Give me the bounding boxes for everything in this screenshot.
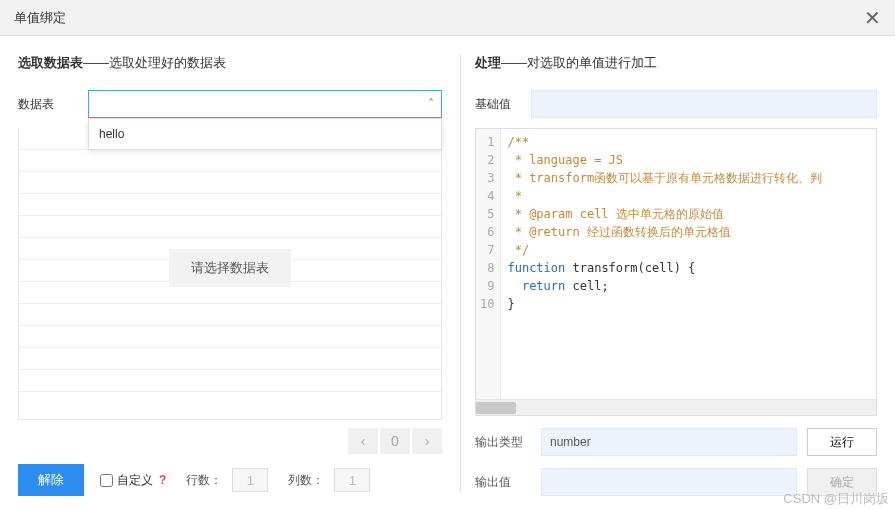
table-placeholder: 请选择数据表 <box>169 249 291 287</box>
left-panel: 选取数据表——选取处理好的数据表 数据表 ˄ hello <box>0 36 460 510</box>
custom-checkbox[interactable] <box>100 474 113 487</box>
horizontal-scrollbar[interactable] <box>476 399 876 415</box>
datatable-row: 数据表 ˄ hello <box>18 90 442 118</box>
rows-label: 行数： <box>186 472 222 489</box>
base-value-label: 基础值 <box>475 96 531 113</box>
pager-page: 0 <box>380 428 410 454</box>
table-row <box>19 304 441 326</box>
output-value-label: 输出值 <box>475 474 531 491</box>
right-section-title: 处理——对选取的单值进行加工 <box>475 54 877 72</box>
right-title-bold: 处理 <box>475 55 501 70</box>
right-panel: 处理——对选取的单值进行加工 基础值 12345678910 /** * lan… <box>461 36 895 510</box>
table-row <box>19 370 441 392</box>
cols-input <box>334 468 370 492</box>
output-value-row: 输出值 确定 <box>475 468 877 496</box>
dialog-body: 选取数据表——选取处理好的数据表 数据表 ˄ hello <box>0 36 895 510</box>
base-value-row: 基础值 <box>475 90 877 118</box>
ok-button[interactable]: 确定 <box>807 468 877 496</box>
help-icon[interactable]: ? <box>159 473 166 487</box>
close-icon[interactable]: ✕ <box>864 6 881 30</box>
left-title-desc: ——选取处理好的数据表 <box>83 55 226 70</box>
right-title-desc: ——对选取的单值进行加工 <box>501 55 657 70</box>
run-button[interactable]: 运行 <box>807 428 877 456</box>
left-title-bold: 选取数据表 <box>18 55 83 70</box>
output-type-label: 输出类型 <box>475 434 531 451</box>
pager: ‹ 0 › <box>18 428 442 454</box>
left-bottom-row: 解除 自定义 ? 行数： 列数： <box>18 464 442 496</box>
scrollbar-thumb[interactable] <box>476 402 516 414</box>
custom-label: 自定义 <box>117 472 153 489</box>
pager-next-button[interactable]: › <box>412 428 442 454</box>
table-area: 请选择数据表 <box>18 128 442 420</box>
code-body[interactable]: 12345678910 /** * language = JS * transf… <box>476 129 876 399</box>
output-type-value[interactable]: number <box>541 428 797 456</box>
dialog-title: 单值绑定 <box>14 9 66 27</box>
output-type-row: 输出类型 number 运行 <box>475 428 877 456</box>
datatable-input[interactable] <box>88 90 442 118</box>
table-row <box>19 150 441 172</box>
table-row <box>19 348 441 370</box>
base-value-input[interactable] <box>531 90 877 118</box>
code-gutter: 12345678910 <box>476 129 501 399</box>
left-section-title: 选取数据表——选取处理好的数据表 <box>18 54 442 72</box>
code-editor[interactable]: 12345678910 /** * language = JS * transf… <box>475 128 877 416</box>
code-lines[interactable]: /** * language = JS * transform函数可以基于原有单… <box>501 129 876 399</box>
output-value <box>541 468 797 496</box>
datatable-label: 数据表 <box>18 96 88 113</box>
rows-input <box>232 468 268 492</box>
custom-checkbox-wrap[interactable]: 自定义 ? <box>100 472 166 489</box>
pager-prev-button[interactable]: ‹ <box>348 428 378 454</box>
cols-label: 列数： <box>288 472 324 489</box>
datatable-dropdown: hello <box>88 118 442 150</box>
datatable-select[interactable]: ˄ hello <box>88 90 442 118</box>
dropdown-item-hello[interactable]: hello <box>89 119 441 149</box>
table-row <box>19 194 441 216</box>
dialog-header: 单值绑定 ✕ <box>0 0 895 36</box>
table-row <box>19 216 441 238</box>
table-row <box>19 326 441 348</box>
release-button[interactable]: 解除 <box>18 464 84 496</box>
table-row <box>19 172 441 194</box>
